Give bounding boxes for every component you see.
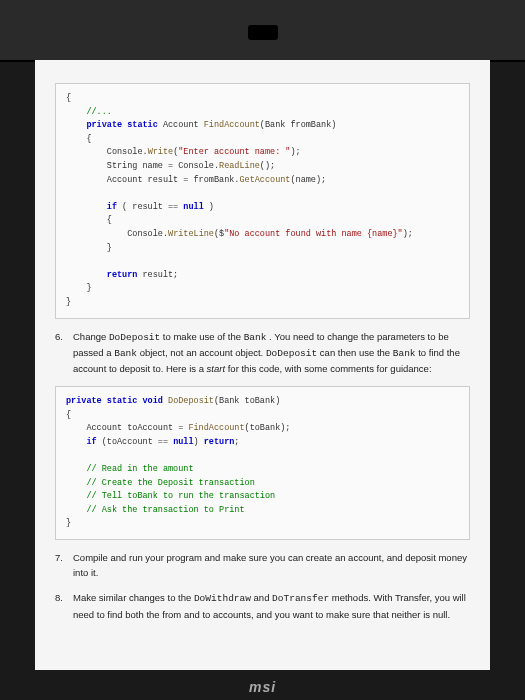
code-text: { [66, 410, 71, 420]
code-text: Console. [66, 147, 148, 157]
code-text: (name); [290, 175, 326, 185]
code-method: GetAccount [239, 175, 290, 185]
code-text: { [66, 134, 92, 144]
code-text: Account result = fromBank. [66, 175, 239, 185]
text: to make use of the [160, 331, 243, 342]
document-screen: { //... private static Account FindAccou… [35, 60, 490, 670]
code-text: } [66, 518, 71, 528]
text: Change [73, 331, 109, 342]
code-text: String name = Console. [66, 161, 219, 171]
code-comment: // Create the Deposit transaction [66, 478, 255, 488]
code-block-1: { //... private static Account FindAccou… [55, 83, 470, 319]
code-text: { [66, 93, 71, 103]
instruction-8: 8. Make similar changes to the DoWithdra… [55, 590, 470, 621]
code-comment: // Ask the transaction to Print [66, 505, 245, 515]
code-method: ReadLine [219, 161, 260, 171]
code-keyword: private static void [66, 396, 168, 406]
italic-text: start [207, 363, 225, 374]
text: for this code, with some comments for gu… [225, 363, 431, 374]
code-keyword: null [173, 437, 193, 447]
code-string: "No account found with name {name}" [224, 229, 403, 239]
code-keyword: null [183, 202, 209, 212]
code-ref: Bank [244, 332, 267, 343]
code-keyword: if [66, 437, 102, 447]
code-text: ( result == [122, 202, 183, 212]
code-ref: Bank [114, 348, 137, 359]
text: and [251, 592, 272, 603]
code-ref: DoWithdraw [194, 593, 251, 604]
code-method: FindAccount [188, 423, 244, 433]
code-text: ); [290, 147, 300, 157]
instruction-text: Change DoDeposit to make use of the Bank… [73, 329, 470, 377]
code-ref: DoTransfer [272, 593, 329, 604]
instruction-6: 6. Change DoDeposit to make use of the B… [55, 329, 470, 377]
code-text: Account toAccount = [66, 423, 188, 433]
code-string: "Enter account name: " [178, 147, 290, 157]
code-text: (toAccount == [102, 437, 173, 447]
code-text: ) [194, 437, 204, 447]
instruction-text: Compile and run your program and make su… [73, 550, 470, 580]
code-method: Write [148, 147, 174, 157]
code-keyword: return [66, 270, 143, 280]
brand-logo: msi [249, 679, 276, 695]
laptop-bottom-bezel: msi [0, 670, 525, 700]
code-text: ($ [214, 229, 224, 239]
text: can then use the [317, 347, 393, 358]
code-text: { [66, 215, 112, 225]
code-text: (toBank); [245, 423, 291, 433]
code-text: Account [163, 120, 204, 130]
code-text: (Bank fromBank) [260, 120, 337, 130]
code-keyword: if [66, 202, 122, 212]
code-comment: //... [66, 107, 112, 117]
code-comment: // Tell toBank to run the transaction [66, 491, 275, 501]
code-comment: // Read in the amount [66, 464, 194, 474]
item-number: 7. [55, 550, 67, 580]
code-text: ; [234, 437, 239, 447]
item-number: 6. [55, 329, 67, 377]
code-keyword: private static [66, 120, 163, 130]
code-text: ); [403, 229, 413, 239]
code-text: (); [260, 161, 275, 171]
code-text: (Bank toBank) [214, 396, 280, 406]
code-method: DoDeposit [168, 396, 214, 406]
item-number: 8. [55, 590, 67, 621]
code-text: } [66, 297, 71, 307]
code-text: result; [143, 270, 179, 280]
instruction-7: 7. Compile and run your program and make… [55, 550, 470, 580]
code-block-2: private static void DoDeposit(Bank toBan… [55, 386, 470, 540]
code-ref: Bank [393, 348, 416, 359]
code-keyword: return [204, 437, 235, 447]
text: Make similar changes to the [73, 592, 194, 603]
code-text: Console. [66, 229, 168, 239]
code-method: WriteLine [168, 229, 214, 239]
code-text: ) [209, 202, 214, 212]
code-method: FindAccount [204, 120, 260, 130]
camera-icon [248, 25, 278, 40]
text: object, not an account object. [137, 347, 266, 358]
code-text: } [66, 283, 92, 293]
code-ref: DoDeposit [266, 348, 317, 359]
code-ref: DoDeposit [109, 332, 160, 343]
instruction-text: Make similar changes to the DoWithdraw a… [73, 590, 470, 621]
laptop-bezel [0, 0, 525, 62]
code-text: } [66, 243, 112, 253]
